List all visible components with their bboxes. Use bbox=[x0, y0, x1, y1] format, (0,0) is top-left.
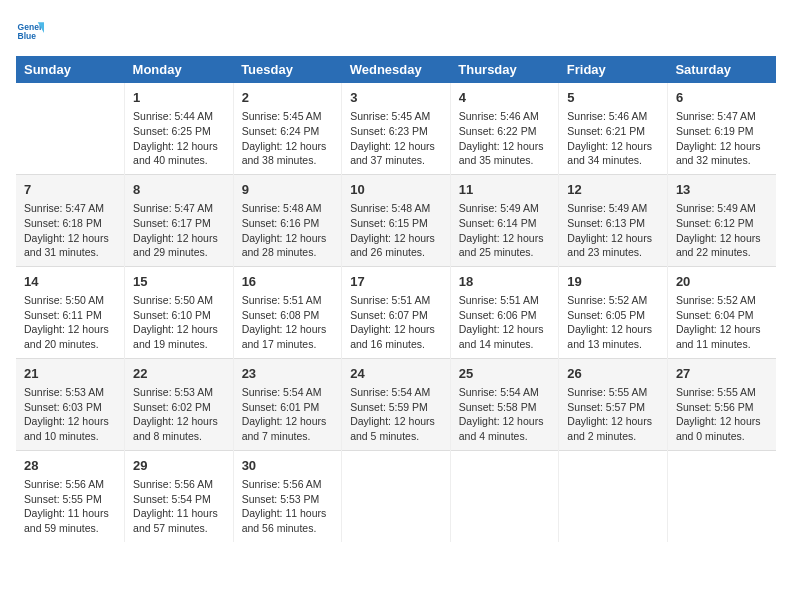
day-cell bbox=[559, 450, 668, 541]
day-number: 26 bbox=[567, 365, 659, 383]
day-number: 9 bbox=[242, 181, 334, 199]
week-row-5: 28Sunrise: 5:56 AM Sunset: 5:55 PM Dayli… bbox=[16, 450, 776, 541]
day-info: Sunrise: 5:47 AM Sunset: 6:17 PM Dayligh… bbox=[133, 201, 225, 260]
day-cell: 19Sunrise: 5:52 AM Sunset: 6:05 PM Dayli… bbox=[559, 266, 668, 358]
day-cell: 4Sunrise: 5:46 AM Sunset: 6:22 PM Daylig… bbox=[450, 83, 559, 174]
day-cell: 5Sunrise: 5:46 AM Sunset: 6:21 PM Daylig… bbox=[559, 83, 668, 174]
day-number: 27 bbox=[676, 365, 768, 383]
page-header: General Blue bbox=[16, 16, 776, 44]
day-number: 16 bbox=[242, 273, 334, 291]
day-info: Sunrise: 5:48 AM Sunset: 6:16 PM Dayligh… bbox=[242, 201, 334, 260]
day-number: 5 bbox=[567, 89, 659, 107]
week-row-2: 7Sunrise: 5:47 AM Sunset: 6:18 PM Daylig… bbox=[16, 174, 776, 266]
day-header-tuesday: Tuesday bbox=[233, 56, 342, 83]
day-number: 10 bbox=[350, 181, 442, 199]
day-info: Sunrise: 5:48 AM Sunset: 6:15 PM Dayligh… bbox=[350, 201, 442, 260]
day-cell: 23Sunrise: 5:54 AM Sunset: 6:01 PM Dayli… bbox=[233, 358, 342, 450]
day-cell: 9Sunrise: 5:48 AM Sunset: 6:16 PM Daylig… bbox=[233, 174, 342, 266]
day-number: 7 bbox=[24, 181, 116, 199]
day-info: Sunrise: 5:49 AM Sunset: 6:12 PM Dayligh… bbox=[676, 201, 768, 260]
day-number: 25 bbox=[459, 365, 551, 383]
week-row-1: 1Sunrise: 5:44 AM Sunset: 6:25 PM Daylig… bbox=[16, 83, 776, 174]
day-number: 23 bbox=[242, 365, 334, 383]
day-info: Sunrise: 5:52 AM Sunset: 6:05 PM Dayligh… bbox=[567, 293, 659, 352]
day-info: Sunrise: 5:47 AM Sunset: 6:19 PM Dayligh… bbox=[676, 109, 768, 168]
day-info: Sunrise: 5:46 AM Sunset: 6:21 PM Dayligh… bbox=[567, 109, 659, 168]
day-info: Sunrise: 5:54 AM Sunset: 5:59 PM Dayligh… bbox=[350, 385, 442, 444]
day-number: 12 bbox=[567, 181, 659, 199]
day-info: Sunrise: 5:56 AM Sunset: 5:55 PM Dayligh… bbox=[24, 477, 116, 536]
day-number: 17 bbox=[350, 273, 442, 291]
day-number: 24 bbox=[350, 365, 442, 383]
day-info: Sunrise: 5:50 AM Sunset: 6:10 PM Dayligh… bbox=[133, 293, 225, 352]
day-info: Sunrise: 5:53 AM Sunset: 6:02 PM Dayligh… bbox=[133, 385, 225, 444]
day-cell: 8Sunrise: 5:47 AM Sunset: 6:17 PM Daylig… bbox=[125, 174, 234, 266]
day-number: 2 bbox=[242, 89, 334, 107]
day-info: Sunrise: 5:49 AM Sunset: 6:14 PM Dayligh… bbox=[459, 201, 551, 260]
day-cell: 10Sunrise: 5:48 AM Sunset: 6:15 PM Dayli… bbox=[342, 174, 451, 266]
day-number: 20 bbox=[676, 273, 768, 291]
day-cell: 24Sunrise: 5:54 AM Sunset: 5:59 PM Dayli… bbox=[342, 358, 451, 450]
day-info: Sunrise: 5:51 AM Sunset: 6:07 PM Dayligh… bbox=[350, 293, 442, 352]
day-info: Sunrise: 5:52 AM Sunset: 6:04 PM Dayligh… bbox=[676, 293, 768, 352]
day-cell: 2Sunrise: 5:45 AM Sunset: 6:24 PM Daylig… bbox=[233, 83, 342, 174]
day-cell: 1Sunrise: 5:44 AM Sunset: 6:25 PM Daylig… bbox=[125, 83, 234, 174]
calendar-table: SundayMondayTuesdayWednesdayThursdayFrid… bbox=[16, 56, 776, 542]
day-number: 13 bbox=[676, 181, 768, 199]
day-cell: 22Sunrise: 5:53 AM Sunset: 6:02 PM Dayli… bbox=[125, 358, 234, 450]
day-cell: 30Sunrise: 5:56 AM Sunset: 5:53 PM Dayli… bbox=[233, 450, 342, 541]
day-info: Sunrise: 5:51 AM Sunset: 6:08 PM Dayligh… bbox=[242, 293, 334, 352]
day-cell: 13Sunrise: 5:49 AM Sunset: 6:12 PM Dayli… bbox=[667, 174, 776, 266]
day-info: Sunrise: 5:47 AM Sunset: 6:18 PM Dayligh… bbox=[24, 201, 116, 260]
day-number: 29 bbox=[133, 457, 225, 475]
day-cell: 7Sunrise: 5:47 AM Sunset: 6:18 PM Daylig… bbox=[16, 174, 125, 266]
day-cell: 20Sunrise: 5:52 AM Sunset: 6:04 PM Dayli… bbox=[667, 266, 776, 358]
week-row-4: 21Sunrise: 5:53 AM Sunset: 6:03 PM Dayli… bbox=[16, 358, 776, 450]
day-info: Sunrise: 5:55 AM Sunset: 5:56 PM Dayligh… bbox=[676, 385, 768, 444]
day-info: Sunrise: 5:54 AM Sunset: 6:01 PM Dayligh… bbox=[242, 385, 334, 444]
day-header-sunday: Sunday bbox=[16, 56, 125, 83]
day-cell: 29Sunrise: 5:56 AM Sunset: 5:54 PM Dayli… bbox=[125, 450, 234, 541]
day-cell: 21Sunrise: 5:53 AM Sunset: 6:03 PM Dayli… bbox=[16, 358, 125, 450]
days-header-row: SundayMondayTuesdayWednesdayThursdayFrid… bbox=[16, 56, 776, 83]
day-cell: 25Sunrise: 5:54 AM Sunset: 5:58 PM Dayli… bbox=[450, 358, 559, 450]
day-info: Sunrise: 5:54 AM Sunset: 5:58 PM Dayligh… bbox=[459, 385, 551, 444]
day-info: Sunrise: 5:51 AM Sunset: 6:06 PM Dayligh… bbox=[459, 293, 551, 352]
day-header-wednesday: Wednesday bbox=[342, 56, 451, 83]
day-info: Sunrise: 5:45 AM Sunset: 6:24 PM Dayligh… bbox=[242, 109, 334, 168]
day-cell: 27Sunrise: 5:55 AM Sunset: 5:56 PM Dayli… bbox=[667, 358, 776, 450]
day-number: 14 bbox=[24, 273, 116, 291]
day-header-monday: Monday bbox=[125, 56, 234, 83]
day-info: Sunrise: 5:44 AM Sunset: 6:25 PM Dayligh… bbox=[133, 109, 225, 168]
week-row-3: 14Sunrise: 5:50 AM Sunset: 6:11 PM Dayli… bbox=[16, 266, 776, 358]
day-cell: 6Sunrise: 5:47 AM Sunset: 6:19 PM Daylig… bbox=[667, 83, 776, 174]
day-info: Sunrise: 5:55 AM Sunset: 5:57 PM Dayligh… bbox=[567, 385, 659, 444]
day-cell bbox=[667, 450, 776, 541]
svg-text:Blue: Blue bbox=[18, 31, 37, 41]
day-header-friday: Friday bbox=[559, 56, 668, 83]
day-cell: 3Sunrise: 5:45 AM Sunset: 6:23 PM Daylig… bbox=[342, 83, 451, 174]
logo: General Blue bbox=[16, 16, 48, 44]
day-cell bbox=[450, 450, 559, 541]
day-number: 21 bbox=[24, 365, 116, 383]
day-info: Sunrise: 5:50 AM Sunset: 6:11 PM Dayligh… bbox=[24, 293, 116, 352]
day-cell: 17Sunrise: 5:51 AM Sunset: 6:07 PM Dayli… bbox=[342, 266, 451, 358]
day-info: Sunrise: 5:56 AM Sunset: 5:53 PM Dayligh… bbox=[242, 477, 334, 536]
day-number: 18 bbox=[459, 273, 551, 291]
day-cell bbox=[16, 83, 125, 174]
day-cell: 28Sunrise: 5:56 AM Sunset: 5:55 PM Dayli… bbox=[16, 450, 125, 541]
logo-icon: General Blue bbox=[16, 16, 44, 44]
day-number: 4 bbox=[459, 89, 551, 107]
day-info: Sunrise: 5:56 AM Sunset: 5:54 PM Dayligh… bbox=[133, 477, 225, 536]
day-number: 22 bbox=[133, 365, 225, 383]
day-cell: 12Sunrise: 5:49 AM Sunset: 6:13 PM Dayli… bbox=[559, 174, 668, 266]
day-number: 6 bbox=[676, 89, 768, 107]
day-number: 8 bbox=[133, 181, 225, 199]
day-header-thursday: Thursday bbox=[450, 56, 559, 83]
day-info: Sunrise: 5:45 AM Sunset: 6:23 PM Dayligh… bbox=[350, 109, 442, 168]
day-cell: 16Sunrise: 5:51 AM Sunset: 6:08 PM Dayli… bbox=[233, 266, 342, 358]
day-cell: 18Sunrise: 5:51 AM Sunset: 6:06 PM Dayli… bbox=[450, 266, 559, 358]
day-number: 3 bbox=[350, 89, 442, 107]
day-info: Sunrise: 5:46 AM Sunset: 6:22 PM Dayligh… bbox=[459, 109, 551, 168]
day-number: 11 bbox=[459, 181, 551, 199]
